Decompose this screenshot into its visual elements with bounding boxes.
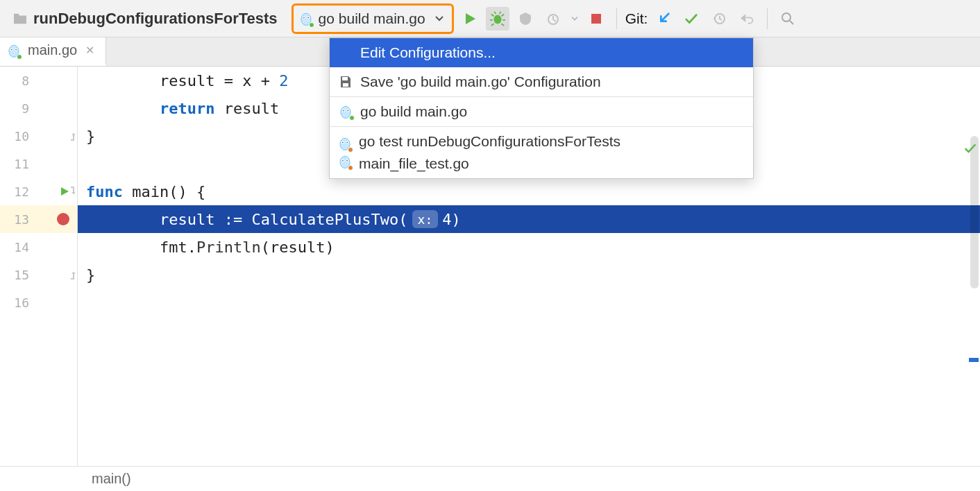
line-number: 15 xyxy=(0,268,29,282)
close-icon[interactable]: ✕ xyxy=(84,44,96,57)
dropdown-item-label: go test runDebugConfigurationsForTests xyxy=(359,130,620,153)
svg-point-14 xyxy=(15,49,17,50)
separator xyxy=(767,8,768,29)
go-gopher-icon xyxy=(7,43,21,58)
gutter-line[interactable]: 12 xyxy=(0,178,77,205)
run-configuration-selector[interactable]: go build main.go xyxy=(292,3,454,34)
inlay-hint: x: xyxy=(412,210,439,228)
svg-point-30 xyxy=(342,160,344,162)
line-number: 12 xyxy=(0,184,29,199)
line-number: 10 xyxy=(0,129,29,144)
breadcrumb-project[interactable]: runDebugConfigurationsForTests xyxy=(12,10,278,28)
svg-point-25 xyxy=(342,142,344,144)
main-toolbar: runDebugConfigurationsForTests go build … xyxy=(0,0,980,37)
svg-point-21 xyxy=(347,110,348,112)
svg-rect-15 xyxy=(342,77,348,80)
scrollbar-thumb[interactable] xyxy=(970,136,979,288)
run-config-dropdown: Edit Configurations... Save 'go build ma… xyxy=(329,37,754,179)
svg-point-20 xyxy=(343,110,344,112)
tab-main-go[interactable]: main.go ✕ xyxy=(0,37,106,66)
code-line[interactable]: } xyxy=(78,261,980,288)
dropdown-item-label: Edit Configurations... xyxy=(360,44,496,61)
fold-icon[interactable] xyxy=(69,131,78,141)
go-gopher-icon xyxy=(338,136,352,151)
code-line[interactable]: func main() { xyxy=(78,178,980,205)
svg-point-4 xyxy=(307,17,309,18)
line-number: 9 xyxy=(0,101,29,116)
gutter-line[interactable]: 14 xyxy=(0,233,77,261)
code-line[interactable]: result := CalculatePlusTwo(x:4) xyxy=(78,205,980,233)
breakpoint-icon[interactable] xyxy=(57,213,69,225)
run-button[interactable] xyxy=(458,7,482,31)
editor-breadcrumb[interactable]: main() xyxy=(0,466,980,491)
folder-icon xyxy=(12,12,28,25)
svg-point-9 xyxy=(782,13,791,21)
svg-rect-16 xyxy=(343,83,348,87)
git-rollback-button[interactable] xyxy=(735,7,759,31)
profile-button[interactable] xyxy=(541,7,565,31)
dropdown-item-config[interactable]: go build main.go xyxy=(330,97,753,126)
stop-button[interactable] xyxy=(584,7,608,31)
gutter-line[interactable]: 11 xyxy=(0,150,77,178)
fold-icon[interactable] xyxy=(69,187,78,196)
svg-point-26 xyxy=(346,142,348,144)
git-history-button[interactable] xyxy=(707,7,731,31)
line-number: 13 xyxy=(0,212,29,227)
gutter-line[interactable]: 13 xyxy=(0,205,77,233)
git-update-button[interactable] xyxy=(652,7,675,31)
dropdown-item-edit-configurations[interactable]: Edit Configurations... xyxy=(330,38,753,67)
debug-button[interactable] xyxy=(486,7,509,31)
dropdown-item-save-configuration[interactable]: Save 'go build main.go' Configuration xyxy=(330,67,753,96)
git-commit-button[interactable] xyxy=(679,7,703,31)
code-line[interactable] xyxy=(78,288,980,316)
go-gopher-icon xyxy=(338,104,353,119)
tab-label: main.go xyxy=(28,42,77,58)
dropdown-item-label: Save 'go build main.go' Configuration xyxy=(360,74,601,90)
run-config-label: go build main.go xyxy=(319,10,425,27)
gutter-line[interactable]: 15 xyxy=(0,261,77,288)
go-gopher-icon xyxy=(338,154,352,169)
line-gutter: 8910111213141516 xyxy=(0,67,78,466)
gutter-line[interactable]: 8 xyxy=(0,67,77,94)
line-number: 8 xyxy=(0,74,29,88)
svg-point-3 xyxy=(303,17,305,18)
gutter-line[interactable]: 9 xyxy=(0,94,77,122)
dropdown-item-label: go build main.go xyxy=(360,103,467,120)
fold-icon[interactable] xyxy=(69,270,78,279)
search-everywhere-button[interactable] xyxy=(776,7,800,31)
svg-point-31 xyxy=(346,160,348,162)
save-icon xyxy=(338,75,353,89)
breadcrumb-text: main() xyxy=(92,471,131,487)
coverage-button[interactable] xyxy=(514,7,537,31)
chevron-down-icon xyxy=(435,15,443,22)
go-gopher-icon xyxy=(299,11,313,26)
git-label: Git: xyxy=(625,10,648,27)
code-line[interactable]: fmt.Println(result) xyxy=(78,233,980,261)
svg-rect-7 xyxy=(591,14,601,24)
svg-point-13 xyxy=(11,49,12,50)
dropdown-item-config-group[interactable]: go test runDebugConfigurationsForTests m… xyxy=(330,127,753,178)
dropdown-item-label: main_file_test.go xyxy=(359,153,620,175)
line-number: 11 xyxy=(0,157,29,171)
project-name-text: runDebugConfigurationsForTests xyxy=(33,10,278,28)
run-gutter-icon[interactable] xyxy=(60,187,69,196)
chevron-down-icon[interactable] xyxy=(569,7,580,31)
line-number: 16 xyxy=(0,295,29,310)
gutter-line[interactable]: 16 xyxy=(0,288,77,316)
gutter-line[interactable]: 10 xyxy=(0,122,77,150)
svg-point-5 xyxy=(493,15,501,24)
line-number: 14 xyxy=(0,240,29,255)
separator xyxy=(616,8,617,29)
